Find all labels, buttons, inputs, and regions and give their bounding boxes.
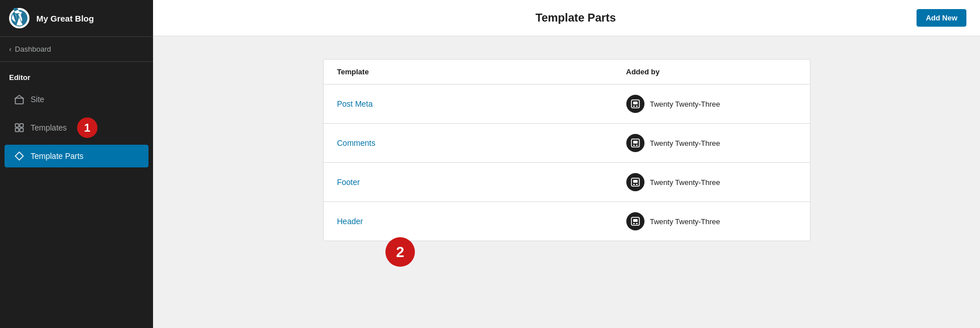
svg-rect-1 <box>15 98 23 104</box>
svg-rect-3 <box>20 124 23 127</box>
svg-rect-4 <box>15 128 19 132</box>
svg-rect-7 <box>633 102 638 104</box>
theme-icon <box>626 134 644 152</box>
table-container: Template Added by Post Meta <box>153 36 980 328</box>
step-badge-1: 1 <box>77 117 97 138</box>
theme-icon <box>626 173 644 191</box>
added-by-text: Twenty Twenty-Three <box>650 217 720 226</box>
sidebar-header: My Great Blog <box>0 0 153 37</box>
template-link-post-meta[interactable]: Post Meta <box>337 99 373 108</box>
table-header: Template Added by <box>324 60 810 85</box>
col-template-header: Template <box>337 68 626 76</box>
svg-rect-19 <box>633 219 638 222</box>
home-icon <box>14 94 25 105</box>
svg-rect-9 <box>636 106 638 107</box>
grid-icon <box>14 122 25 133</box>
dashboard-label: Dashboard <box>15 45 51 53</box>
added-by-cell: Twenty Twenty-Three <box>626 212 796 230</box>
svg-rect-11 <box>633 141 638 144</box>
sidebar-item-label-templates: Templates <box>31 123 67 132</box>
sidebar: My Great Blog ‹ Dashboard Editor Site <box>0 0 153 328</box>
sidebar-item-template-parts[interactable]: Template Parts <box>5 145 149 167</box>
editor-label: Editor <box>0 62 153 87</box>
sidebar-item-label-template-parts: Template Parts <box>31 152 83 161</box>
template-link-footer[interactable]: Footer <box>337 178 360 187</box>
added-by-cell: Twenty Twenty-Three <box>626 173 796 191</box>
svg-rect-8 <box>633 106 635 107</box>
theme-icon <box>626 212 644 230</box>
theme-icon <box>626 95 644 113</box>
step-badge-2: 2 <box>385 237 415 267</box>
diamond-icon <box>14 150 25 162</box>
sidebar-navigation: Site Templates 1 Template Parts <box>0 87 153 168</box>
svg-rect-17 <box>636 184 638 185</box>
sidebar-item-label-site: Site <box>31 95 44 104</box>
table-row: Header Twenty Twenty-Three <box>324 202 810 241</box>
added-by-cell: Twenty Twenty-Three <box>626 95 796 113</box>
main-content: Template Parts Add New Template Added by… <box>153 0 980 328</box>
wordpress-logo <box>9 8 29 28</box>
svg-rect-16 <box>633 184 635 185</box>
site-name: My Great Blog <box>36 14 94 23</box>
col-added-by-header: Added by <box>626 68 796 76</box>
svg-rect-2 <box>15 124 19 127</box>
template-link-comments[interactable]: Comments <box>337 138 376 148</box>
back-arrow-icon: ‹ <box>9 45 11 53</box>
svg-rect-20 <box>633 223 635 224</box>
svg-rect-12 <box>633 145 635 146</box>
added-by-text: Twenty Twenty-Three <box>650 139 720 148</box>
template-parts-table: Template Added by Post Meta <box>323 59 811 241</box>
added-by-cell: Twenty Twenty-Three <box>626 134 796 152</box>
table-row: Comments Twenty Twenty-Three <box>324 124 810 163</box>
dashboard-back-link[interactable]: ‹ Dashboard <box>0 37 153 62</box>
svg-rect-15 <box>633 180 638 183</box>
template-link-header[interactable]: Header <box>337 217 363 226</box>
added-by-text: Twenty Twenty-Three <box>650 100 720 108</box>
svg-rect-13 <box>636 145 638 146</box>
sidebar-item-site[interactable]: Site <box>5 88 149 111</box>
sidebar-item-templates[interactable]: Templates 1 <box>5 112 149 144</box>
table-row: Post Meta Twenty Twenty-Three <box>324 85 810 124</box>
add-new-button[interactable]: Add New <box>917 9 966 27</box>
page-title: Template Parts <box>235 11 917 24</box>
added-by-text: Twenty Twenty-Three <box>650 178 720 187</box>
svg-rect-5 <box>20 128 23 132</box>
table-row: Footer Twenty Twenty-Three <box>324 163 810 202</box>
svg-rect-21 <box>636 223 638 224</box>
main-header: Template Parts Add New <box>153 0 980 36</box>
